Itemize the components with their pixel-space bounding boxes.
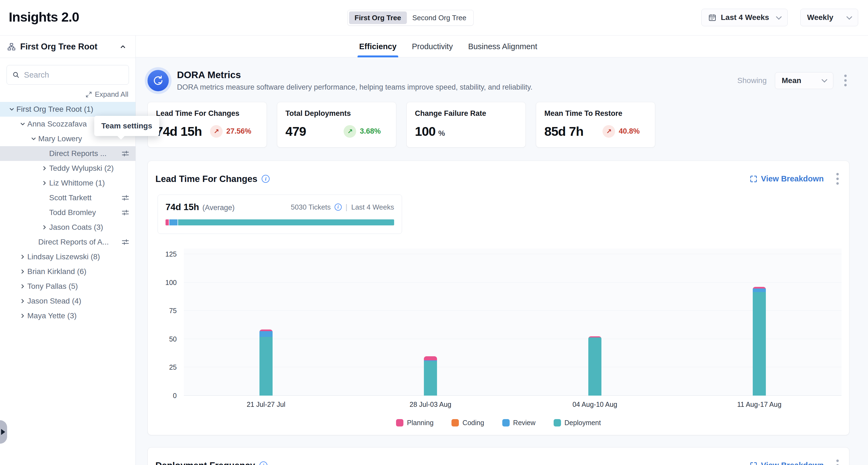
- team-settings-icon[interactable]: [121, 238, 129, 246]
- tree-item-first-org-tree-root-1[interactable]: First Org Tree Root (1): [0, 102, 135, 117]
- summary-divider: |: [345, 203, 347, 212]
- team-settings-icon[interactable]: [121, 209, 129, 217]
- legend-swatch: [452, 419, 459, 427]
- tree-item-label: Direct Reports of A...: [38, 238, 109, 246]
- tree-item-tony-pallas-5[interactable]: Tony Pallas (5): [0, 279, 135, 294]
- x-tick-label: 04 Aug-10 Aug: [513, 401, 677, 408]
- chevron-right-icon[interactable]: [40, 180, 49, 186]
- trend-badge: 40.8%: [602, 125, 640, 138]
- bar-segment-deployment: [259, 337, 273, 396]
- granularity-select[interactable]: Weekly: [800, 9, 858, 26]
- main-area: EfficiencyProductivityBusiness Alignment…: [136, 35, 868, 465]
- tree-item-lindsay-liszewski-8[interactable]: Lindsay Liszewski (8): [0, 249, 135, 264]
- metric-card-total-deployments: Total Deployments4793.68%: [277, 102, 396, 148]
- bar-segment-planning: [424, 356, 437, 360]
- tabs-bar: EfficiencyProductivityBusiness Alignment: [136, 35, 868, 57]
- team-settings-icon[interactable]: [121, 194, 129, 202]
- deployment-frequency-kebab-menu[interactable]: [834, 457, 841, 465]
- sidebar-collapse-button[interactable]: [118, 41, 128, 52]
- org-chart-icon: [7, 42, 16, 51]
- sidebar-header: First Org Tree Root: [0, 35, 135, 58]
- y-tick-label: 75: [169, 307, 177, 315]
- org-toggle-first[interactable]: First Org Tree: [349, 11, 407, 24]
- showing-label: Showing: [738, 76, 767, 85]
- deployment-frequency-title: Deployment Frequency: [155, 460, 255, 465]
- tree-item-brian-kirkland-6[interactable]: Brian Kirkland (6): [0, 264, 135, 279]
- legend-label: Planning: [407, 419, 433, 427]
- summary-segment-planning: [165, 219, 169, 225]
- tab-business-alignment[interactable]: Business Alignment: [468, 35, 537, 57]
- tab-productivity[interactable]: Productivity: [412, 35, 453, 57]
- chevron-right-icon[interactable]: [18, 313, 27, 319]
- lead-time-summary-card: 74d 15h (Average) 5030 Tickets | Last 4 …: [158, 194, 402, 234]
- deployment-frequency-title-wrap: Deployment Frequency: [155, 460, 268, 465]
- dora-header: DORA Metrics DORA metrics measure softwa…: [148, 69, 849, 92]
- info-icon[interactable]: [335, 204, 342, 211]
- view-breakdown-link[interactable]: View Breakdown: [750, 174, 824, 183]
- summary-qualifier: (Average): [203, 204, 235, 212]
- stacked-bar-11-aug-17-aug[interactable]: [753, 287, 766, 396]
- info-icon[interactable]: [262, 175, 270, 183]
- calendar-icon: [708, 13, 716, 22]
- tree-item-maya-yette-3[interactable]: Maya Yette (3): [0, 308, 135, 323]
- chevron-down-icon[interactable]: [18, 121, 27, 127]
- top-bar: Insights 2.0 First Org Tree Second Org T…: [0, 0, 868, 35]
- tree-item-jason-coats-3[interactable]: Jason Coats (3): [0, 220, 135, 235]
- chevron-right-icon[interactable]: [40, 224, 49, 230]
- org-toggle-second[interactable]: Second Org Tree: [407, 11, 472, 24]
- chevron-right-icon[interactable]: [18, 283, 27, 289]
- tree-item-label: Teddy Wylupski (2): [49, 164, 114, 173]
- chevron-right-icon[interactable]: [18, 268, 27, 275]
- deployment-frequency-actions: View Breakdown: [750, 457, 841, 465]
- org-tree-sidebar: First Org Tree Root Expand All First Org…: [0, 35, 136, 465]
- tree-item-label: Jason Stead (4): [27, 297, 82, 305]
- chart-legend: PlanningCodingReviewDeployment: [155, 419, 841, 427]
- sidebar-expand-handle[interactable]: [0, 420, 7, 444]
- tab-efficiency[interactable]: Efficiency: [359, 35, 397, 57]
- chevron-down-icon[interactable]: [7, 106, 17, 113]
- y-tick-label: 25: [169, 363, 177, 371]
- org-tree-toggle: First Org Tree Second Org Tree: [347, 10, 474, 26]
- tree-item-jason-stead-4[interactable]: Jason Stead (4): [0, 294, 135, 308]
- metric-title: Total Deployments: [285, 109, 388, 118]
- info-icon[interactable]: [259, 461, 268, 465]
- chevron-down-icon: [776, 14, 782, 20]
- metric-title: Lead Time For Changes: [156, 109, 258, 118]
- lead-time-kebab-menu[interactable]: [834, 170, 841, 187]
- bar-slot-1: [184, 249, 348, 396]
- tree-item-scott-tarkett[interactable]: Scott Tarkett: [0, 190, 135, 205]
- stacked-bar-21-jul-27-jul[interactable]: [259, 330, 273, 396]
- bar-slot-4: [677, 249, 841, 396]
- granularity-value: Weekly: [807, 13, 833, 22]
- tree-item-direct-reports[interactable]: Direct Reports ...: [0, 146, 135, 161]
- chevron-right-icon[interactable]: [18, 253, 27, 260]
- bar-segment-review: [753, 288, 766, 292]
- tree-item-teddy-wylupski-2[interactable]: Teddy Wylupski (2): [0, 161, 135, 176]
- dora-kebab-menu[interactable]: [841, 72, 849, 89]
- metric-cards-row: Lead Time For Changes74d 15h27.56%Total …: [148, 102, 849, 148]
- stacked-bar-28-jul-03-aug[interactable]: [424, 356, 437, 396]
- chevron-right-icon[interactable]: [40, 165, 49, 172]
- summary-row: 74d 15h (Average) 5030 Tickets | Last 4 …: [165, 202, 394, 212]
- chevron-right-icon[interactable]: [18, 298, 27, 304]
- expand-all-button[interactable]: Expand All: [7, 90, 128, 99]
- bar-slot-2: [348, 249, 513, 396]
- tree-item-direct-reports-of-a[interactable]: Direct Reports of A...: [0, 235, 135, 249]
- team-settings-icon[interactable]: [121, 150, 129, 158]
- page-title: Insights 2.0: [9, 9, 79, 25]
- view-breakdown-link[interactable]: View Breakdown: [750, 461, 824, 465]
- lead-time-actions: View Breakdown: [750, 170, 841, 187]
- lead-time-title-wrap: Lead Time For Changes: [155, 174, 270, 184]
- tree-item-liz-whittome-1[interactable]: Liz Whittome (1): [0, 176, 135, 190]
- legend-swatch: [502, 419, 510, 427]
- metric-card-change-failure-rate: Change Failure Rate100%: [406, 102, 526, 148]
- search-input[interactable]: [24, 70, 123, 80]
- chevron-down-icon[interactable]: [29, 135, 38, 142]
- tree-item-todd-bromley[interactable]: Todd Bromley: [0, 205, 135, 220]
- showing-select[interactable]: Mean: [775, 72, 833, 89]
- legend-label: Deployment: [564, 419, 601, 427]
- stacked-bar-04-aug-10-aug[interactable]: [588, 336, 601, 396]
- legend-item-review: Review: [502, 419, 536, 427]
- global-filters: Last 4 Weeks Weekly: [702, 9, 858, 26]
- date-range-select[interactable]: Last 4 Weeks: [702, 9, 788, 26]
